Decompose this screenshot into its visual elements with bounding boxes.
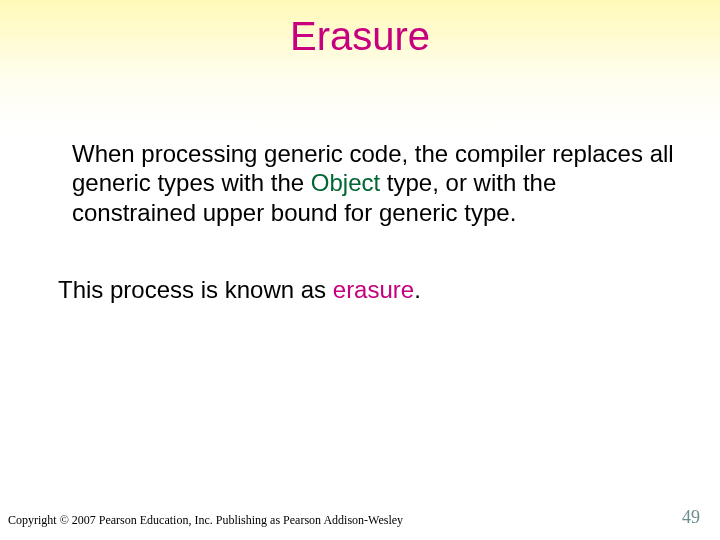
erasure-keyword: erasure (333, 276, 414, 303)
slide: Erasure When processing generic code, th… (0, 0, 720, 540)
paragraph-1: When processing generic code, the compil… (72, 139, 676, 227)
page-number: 49 (682, 507, 700, 528)
paragraph-2: This process is known as erasure. (58, 275, 676, 304)
copyright-footer: Copyright © 2007 Pearson Education, Inc.… (8, 513, 403, 528)
text-run: . (414, 276, 421, 303)
object-keyword: Object (311, 169, 380, 196)
slide-title: Erasure (0, 0, 720, 59)
text-run: This process is known as (58, 276, 333, 303)
slide-body: When processing generic code, the compil… (0, 59, 720, 304)
